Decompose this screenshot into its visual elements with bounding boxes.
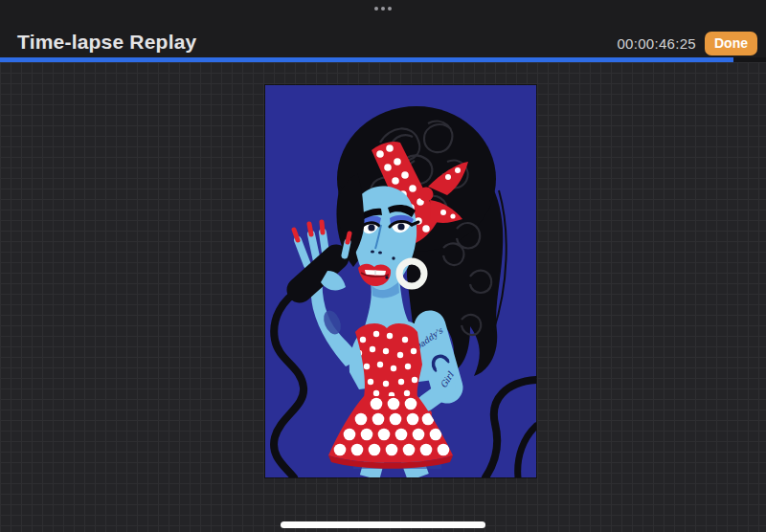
header-bar: Time-lapse Replay 00:00:46:25 Done: [0, 0, 766, 57]
page-title: Time-lapse Replay: [17, 31, 196, 54]
artwork-illustration: Daddy's Girl: [265, 85, 536, 477]
app-frame: Time-lapse Replay 00:00:46:25 Done: [0, 0, 766, 532]
header-right-group: 00:00:46:25 Done: [617, 32, 757, 55]
dress-bodice: [355, 323, 422, 398]
replay-timestamp: 00:00:46:25: [617, 35, 696, 52]
artwork-canvas: Daddy's Girl: [265, 85, 536, 477]
home-indicator[interactable]: [281, 521, 485, 528]
done-button[interactable]: Done: [705, 32, 757, 55]
multitask-drag-handle-icon[interactable]: [374, 7, 392, 11]
